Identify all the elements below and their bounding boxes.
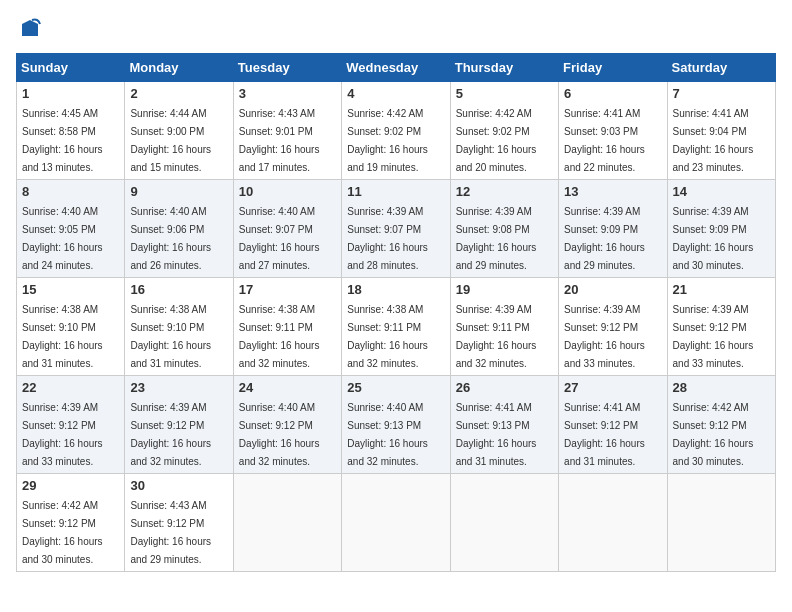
- day-number: 21: [673, 282, 770, 297]
- calendar-cell: 17 Sunrise: 4:38 AM Sunset: 9:11 PM Dayl…: [233, 278, 341, 376]
- calendar-cell: 16 Sunrise: 4:38 AM Sunset: 9:10 PM Dayl…: [125, 278, 233, 376]
- day-header-sunday: Sunday: [17, 54, 125, 82]
- calendar-cell: 5 Sunrise: 4:42 AM Sunset: 9:02 PM Dayli…: [450, 82, 558, 180]
- day-info: Sunrise: 4:39 AM Sunset: 9:09 PM Dayligh…: [564, 206, 645, 271]
- logo: [16, 16, 42, 45]
- day-info: Sunrise: 4:39 AM Sunset: 9:11 PM Dayligh…: [456, 304, 537, 369]
- calendar-cell: [450, 474, 558, 572]
- logo-icon: [18, 16, 42, 40]
- week-row-2: 8 Sunrise: 4:40 AM Sunset: 9:05 PM Dayli…: [17, 180, 776, 278]
- calendar-cell: 26 Sunrise: 4:41 AM Sunset: 9:13 PM Dayl…: [450, 376, 558, 474]
- day-info: Sunrise: 4:40 AM Sunset: 9:12 PM Dayligh…: [239, 402, 320, 467]
- day-info: Sunrise: 4:39 AM Sunset: 9:12 PM Dayligh…: [564, 304, 645, 369]
- day-info: Sunrise: 4:44 AM Sunset: 9:00 PM Dayligh…: [130, 108, 211, 173]
- day-info: Sunrise: 4:38 AM Sunset: 9:11 PM Dayligh…: [347, 304, 428, 369]
- calendar-cell: 2 Sunrise: 4:44 AM Sunset: 9:00 PM Dayli…: [125, 82, 233, 180]
- day-number: 8: [22, 184, 119, 199]
- header: [16, 16, 776, 45]
- day-info: Sunrise: 4:41 AM Sunset: 9:03 PM Dayligh…: [564, 108, 645, 173]
- calendar-cell: 9 Sunrise: 4:40 AM Sunset: 9:06 PM Dayli…: [125, 180, 233, 278]
- week-row-3: 15 Sunrise: 4:38 AM Sunset: 9:10 PM Dayl…: [17, 278, 776, 376]
- day-info: Sunrise: 4:42 AM Sunset: 9:12 PM Dayligh…: [673, 402, 754, 467]
- calendar-cell: 4 Sunrise: 4:42 AM Sunset: 9:02 PM Dayli…: [342, 82, 450, 180]
- day-info: Sunrise: 4:40 AM Sunset: 9:05 PM Dayligh…: [22, 206, 103, 271]
- day-number: 30: [130, 478, 227, 493]
- day-number: 6: [564, 86, 661, 101]
- day-info: Sunrise: 4:43 AM Sunset: 9:12 PM Dayligh…: [130, 500, 211, 565]
- day-info: Sunrise: 4:38 AM Sunset: 9:10 PM Dayligh…: [22, 304, 103, 369]
- calendar-cell: 13 Sunrise: 4:39 AM Sunset: 9:09 PM Dayl…: [559, 180, 667, 278]
- day-number: 26: [456, 380, 553, 395]
- day-number: 25: [347, 380, 444, 395]
- day-info: Sunrise: 4:45 AM Sunset: 8:58 PM Dayligh…: [22, 108, 103, 173]
- day-number: 2: [130, 86, 227, 101]
- day-number: 18: [347, 282, 444, 297]
- day-number: 15: [22, 282, 119, 297]
- day-header-friday: Friday: [559, 54, 667, 82]
- day-number: 16: [130, 282, 227, 297]
- day-info: Sunrise: 4:39 AM Sunset: 9:07 PM Dayligh…: [347, 206, 428, 271]
- calendar-cell: [559, 474, 667, 572]
- calendar-cell: 22 Sunrise: 4:39 AM Sunset: 9:12 PM Dayl…: [17, 376, 125, 474]
- day-number: 10: [239, 184, 336, 199]
- day-number: 4: [347, 86, 444, 101]
- day-number: 29: [22, 478, 119, 493]
- day-header-saturday: Saturday: [667, 54, 775, 82]
- day-info: Sunrise: 4:38 AM Sunset: 9:11 PM Dayligh…: [239, 304, 320, 369]
- day-header-tuesday: Tuesday: [233, 54, 341, 82]
- day-number: 14: [673, 184, 770, 199]
- day-info: Sunrise: 4:41 AM Sunset: 9:04 PM Dayligh…: [673, 108, 754, 173]
- day-number: 20: [564, 282, 661, 297]
- day-info: Sunrise: 4:42 AM Sunset: 9:02 PM Dayligh…: [347, 108, 428, 173]
- day-info: Sunrise: 4:41 AM Sunset: 9:13 PM Dayligh…: [456, 402, 537, 467]
- calendar-cell: 19 Sunrise: 4:39 AM Sunset: 9:11 PM Dayl…: [450, 278, 558, 376]
- day-info: Sunrise: 4:40 AM Sunset: 9:13 PM Dayligh…: [347, 402, 428, 467]
- calendar-cell: [233, 474, 341, 572]
- calendar-cell: [667, 474, 775, 572]
- day-info: Sunrise: 4:38 AM Sunset: 9:10 PM Dayligh…: [130, 304, 211, 369]
- week-row-1: 1 Sunrise: 4:45 AM Sunset: 8:58 PM Dayli…: [17, 82, 776, 180]
- day-info: Sunrise: 4:41 AM Sunset: 9:12 PM Dayligh…: [564, 402, 645, 467]
- calendar-cell: 14 Sunrise: 4:39 AM Sunset: 9:09 PM Dayl…: [667, 180, 775, 278]
- calendar-cell: 18 Sunrise: 4:38 AM Sunset: 9:11 PM Dayl…: [342, 278, 450, 376]
- calendar-cell: 21 Sunrise: 4:39 AM Sunset: 9:12 PM Dayl…: [667, 278, 775, 376]
- calendar-cell: 28 Sunrise: 4:42 AM Sunset: 9:12 PM Dayl…: [667, 376, 775, 474]
- calendar-cell: 1 Sunrise: 4:45 AM Sunset: 8:58 PM Dayli…: [17, 82, 125, 180]
- calendar: SundayMondayTuesdayWednesdayThursdayFrid…: [16, 53, 776, 572]
- day-number: 12: [456, 184, 553, 199]
- calendar-cell: 12 Sunrise: 4:39 AM Sunset: 9:08 PM Dayl…: [450, 180, 558, 278]
- calendar-cell: 27 Sunrise: 4:41 AM Sunset: 9:12 PM Dayl…: [559, 376, 667, 474]
- day-info: Sunrise: 4:39 AM Sunset: 9:09 PM Dayligh…: [673, 206, 754, 271]
- day-number: 7: [673, 86, 770, 101]
- day-header-wednesday: Wednesday: [342, 54, 450, 82]
- day-number: 24: [239, 380, 336, 395]
- calendar-cell: 6 Sunrise: 4:41 AM Sunset: 9:03 PM Dayli…: [559, 82, 667, 180]
- day-number: 9: [130, 184, 227, 199]
- day-number: 23: [130, 380, 227, 395]
- day-info: Sunrise: 4:39 AM Sunset: 9:12 PM Dayligh…: [22, 402, 103, 467]
- day-number: 28: [673, 380, 770, 395]
- day-number: 19: [456, 282, 553, 297]
- day-number: 5: [456, 86, 553, 101]
- day-number: 17: [239, 282, 336, 297]
- day-number: 22: [22, 380, 119, 395]
- day-number: 13: [564, 184, 661, 199]
- week-row-5: 29 Sunrise: 4:42 AM Sunset: 9:12 PM Dayl…: [17, 474, 776, 572]
- day-info: Sunrise: 4:39 AM Sunset: 9:12 PM Dayligh…: [673, 304, 754, 369]
- calendar-cell: 23 Sunrise: 4:39 AM Sunset: 9:12 PM Dayl…: [125, 376, 233, 474]
- day-number: 27: [564, 380, 661, 395]
- day-header-thursday: Thursday: [450, 54, 558, 82]
- calendar-cell: 7 Sunrise: 4:41 AM Sunset: 9:04 PM Dayli…: [667, 82, 775, 180]
- calendar-cell: 25 Sunrise: 4:40 AM Sunset: 9:13 PM Dayl…: [342, 376, 450, 474]
- day-number: 11: [347, 184, 444, 199]
- calendar-cell: 29 Sunrise: 4:42 AM Sunset: 9:12 PM Dayl…: [17, 474, 125, 572]
- calendar-cell: 10 Sunrise: 4:40 AM Sunset: 9:07 PM Dayl…: [233, 180, 341, 278]
- day-number: 1: [22, 86, 119, 101]
- calendar-cell: 11 Sunrise: 4:39 AM Sunset: 9:07 PM Dayl…: [342, 180, 450, 278]
- calendar-cell: [342, 474, 450, 572]
- day-info: Sunrise: 4:43 AM Sunset: 9:01 PM Dayligh…: [239, 108, 320, 173]
- calendar-cell: 8 Sunrise: 4:40 AM Sunset: 9:05 PM Dayli…: [17, 180, 125, 278]
- calendar-cell: 3 Sunrise: 4:43 AM Sunset: 9:01 PM Dayli…: [233, 82, 341, 180]
- calendar-cell: 24 Sunrise: 4:40 AM Sunset: 9:12 PM Dayl…: [233, 376, 341, 474]
- day-info: Sunrise: 4:39 AM Sunset: 9:08 PM Dayligh…: [456, 206, 537, 271]
